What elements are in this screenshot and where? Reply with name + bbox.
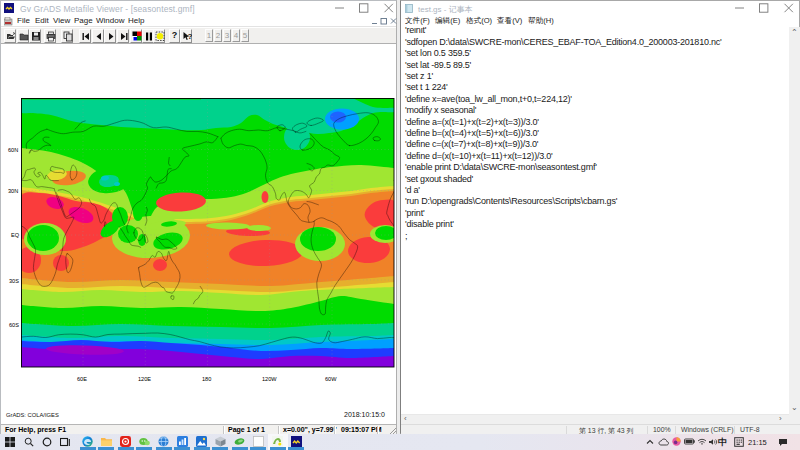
svg-text:?: ? — [188, 32, 193, 41]
